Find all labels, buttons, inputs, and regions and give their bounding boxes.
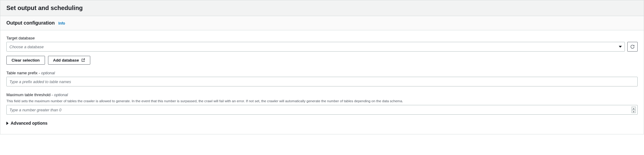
- max-threshold-input-wrap: ▲ ▼: [6, 105, 638, 115]
- max-threshold-input[interactable]: [6, 105, 638, 115]
- refresh-icon: [630, 44, 635, 49]
- page-header: Set output and scheduling: [0, 0, 644, 16]
- table-prefix-input[interactable]: [6, 77, 638, 86]
- target-database-row: Choose a database: [6, 42, 638, 52]
- advanced-options-toggle[interactable]: Advanced options: [6, 121, 638, 126]
- max-threshold-hint: This field sets the maximum number of ta…: [6, 99, 638, 103]
- target-database-label: Target database: [6, 36, 638, 40]
- add-database-label: Add database: [53, 58, 79, 62]
- panel-body: Target database Choose a database: [0, 30, 644, 134]
- add-database-button[interactable]: Add database: [48, 56, 90, 65]
- section-title: Output configuration: [6, 20, 55, 26]
- table-prefix-field: Table name prefix - optional: [6, 71, 638, 86]
- max-threshold-field: Maximum table threshold - optional This …: [6, 93, 638, 115]
- info-link[interactable]: Info: [58, 21, 65, 25]
- clear-selection-button[interactable]: Clear selection: [6, 56, 45, 65]
- refresh-button[interactable]: [627, 42, 638, 52]
- caret-right-icon: [6, 122, 9, 125]
- output-config-panel: Output configuration Info Target databas…: [0, 16, 644, 134]
- table-prefix-label: Table name prefix - optional: [6, 71, 638, 75]
- spinner-down-button[interactable]: ▼: [632, 110, 636, 113]
- spinner-up-button[interactable]: ▲: [632, 107, 636, 110]
- max-threshold-label: Maximum table threshold - optional: [6, 93, 638, 97]
- clear-selection-label: Clear selection: [12, 58, 40, 62]
- page-title: Set output and scheduling: [6, 5, 638, 12]
- target-database-select[interactable]: Choose a database: [6, 42, 625, 52]
- panel-header: Output configuration Info: [0, 16, 644, 30]
- external-link-icon: [81, 58, 85, 62]
- target-database-field: Target database Choose a database: [6, 36, 638, 65]
- target-database-select-wrap: Choose a database: [6, 42, 625, 52]
- target-database-buttons: Clear selection Add database: [6, 56, 638, 65]
- advanced-options-label: Advanced options: [11, 121, 47, 126]
- number-spinner: ▲ ▼: [632, 107, 636, 113]
